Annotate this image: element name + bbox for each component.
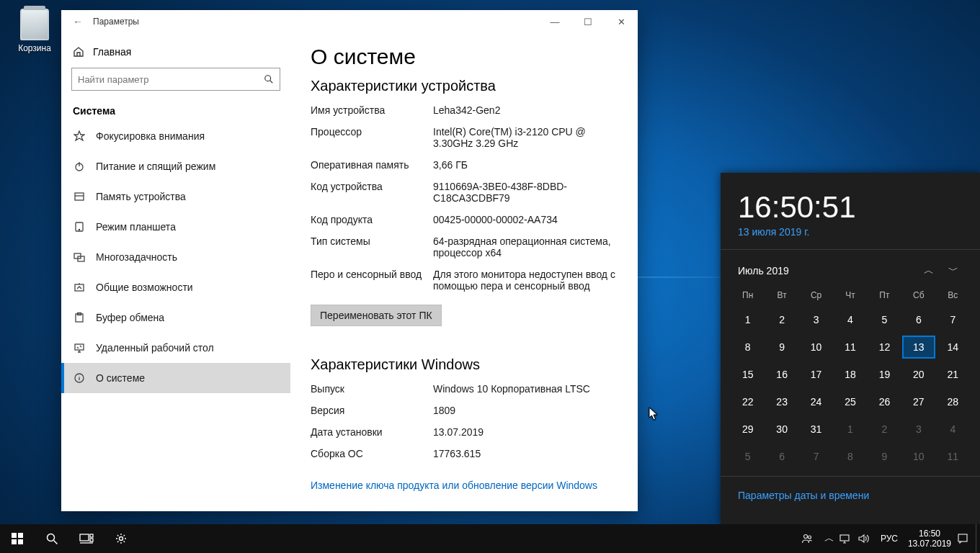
svg-rect-13 [18, 533, 23, 538]
volume-icon[interactable] [858, 533, 876, 544]
calendar-day[interactable]: 7 [800, 445, 832, 468]
sidebar-item-focus[interactable]: Фокусировка внимания [61, 121, 290, 151]
calendar-day[interactable]: 29 [731, 418, 764, 441]
desktop-wallpaper: Корзина ← Параметры — ☐ ✕ Главная [0, 0, 980, 553]
calendar-day[interactable]: 13 [902, 336, 935, 359]
calendar-day[interactable]: 8 [731, 336, 764, 359]
divider [721, 476, 980, 477]
people-icon[interactable] [801, 533, 820, 544]
month-prev-button[interactable]: ︿ [919, 261, 938, 280]
calendar-day[interactable]: 3 [902, 418, 935, 441]
clock-time: 16:50 [908, 529, 951, 539]
calendar-day[interactable]: 18 [834, 363, 866, 386]
spec-value: 9110669A-3BE0-438F-8DBD-C18CA3CDBF79 [433, 181, 618, 204]
calendar-day[interactable]: 20 [902, 363, 935, 386]
calendar-day[interactable]: 5 [731, 445, 764, 468]
taskbar-clock[interactable]: 16:50 13.07.2019 [902, 529, 957, 549]
calendar-day[interactable]: 24 [800, 390, 832, 413]
spec-value: Для этого монитора недоступен ввод с пом… [433, 269, 618, 292]
network-icon[interactable] [839, 533, 858, 544]
taskbar: ︿ РУС 16:50 13.07.2019 [0, 524, 980, 553]
action-center-icon[interactable] [957, 533, 976, 544]
flyout-date[interactable]: 13 июля 2019 г. [721, 226, 980, 249]
content-area: О системе Характеристики устройства Имя … [290, 33, 638, 511]
month-next-button[interactable]: ﹀ [944, 261, 963, 280]
settings-taskbar-button[interactable] [104, 524, 138, 553]
calendar-day[interactable]: 11 [937, 445, 969, 468]
search-button[interactable] [35, 524, 69, 553]
calendar-day[interactable]: 2 [765, 308, 798, 331]
sidebar-item-shared[interactable]: Общие возможности [61, 272, 290, 302]
device-heading: Характеристики устройства [311, 78, 618, 94]
calendar-day[interactable]: 12 [868, 336, 901, 359]
calendar-day[interactable]: 9 [765, 336, 798, 359]
recycle-bin[interactable]: Корзина [9, 9, 61, 53]
recycle-bin-label: Корзина [9, 43, 61, 53]
calendar-day[interactable]: 31 [800, 418, 832, 441]
calendar-day[interactable]: 14 [937, 336, 969, 359]
sidebar-item-tablet[interactable]: Режим планшета [61, 212, 290, 242]
calendar-day[interactable]: 19 [868, 363, 901, 386]
calendar-day[interactable]: 27 [902, 390, 935, 413]
svg-rect-12 [12, 533, 17, 538]
windows-specs: ВыпускWindows 10 Корпоративная LTSCВерси… [311, 383, 618, 459]
calendar-day[interactable]: 4 [937, 418, 969, 441]
power-icon [73, 160, 86, 173]
sidebar-item-label: Многозадачность [96, 251, 177, 263]
calendar-day[interactable]: 2 [868, 418, 901, 441]
close-button[interactable]: ✕ [605, 10, 638, 33]
sidebar-item-clipboard[interactable]: Буфер обмена [61, 302, 290, 333]
start-button[interactable] [0, 524, 35, 553]
home-button[interactable]: Главная [61, 39, 290, 65]
titlebar[interactable]: ← Параметры — ☐ ✕ [61, 10, 638, 33]
calendar-day[interactable]: 28 [937, 390, 969, 413]
search-input[interactable] [78, 74, 264, 85]
calendar-day[interactable]: 25 [834, 390, 866, 413]
rename-pc-button[interactable]: Переименовать этот ПК [311, 305, 442, 326]
calendar-day[interactable]: 6 [902, 308, 935, 331]
calendar-day[interactable]: 3 [800, 308, 832, 331]
sidebar-item-storage[interactable]: Память устройства [61, 181, 290, 212]
calendar-day[interactable]: 10 [902, 445, 935, 468]
show-desktop-button[interactable] [976, 524, 980, 553]
sidebar-item-about[interactable]: О системе [61, 363, 290, 393]
sidebar-item-multitask[interactable]: Многозадачность [61, 242, 290, 272]
calendar-day[interactable]: 8 [834, 445, 866, 468]
calendar-dow: Пн [731, 287, 765, 305]
calendar-day[interactable]: 16 [765, 363, 798, 386]
maximize-button[interactable]: ☐ [571, 10, 605, 33]
task-view-button[interactable] [69, 524, 104, 553]
calendar-day[interactable]: 6 [765, 445, 798, 468]
calendar-day[interactable]: 17 [800, 363, 832, 386]
calendar-day[interactable]: 1 [731, 308, 764, 331]
calendar-day[interactable]: 23 [765, 390, 798, 413]
sidebar-item-remote[interactable]: Удаленный рабочий стол [61, 333, 290, 363]
calendar-day[interactable]: 21 [937, 363, 969, 386]
calendar-day[interactable]: 15 [731, 363, 764, 386]
sidebar-item-power[interactable]: Питание и спящий режим [61, 151, 290, 181]
calendar-dow: Вс [936, 287, 970, 305]
calendar-day[interactable]: 30 [765, 418, 798, 441]
calendar-day[interactable]: 5 [868, 308, 901, 331]
svg-rect-10 [75, 344, 84, 350]
home-label: Главная [93, 46, 131, 58]
calendar-day[interactable]: 1 [834, 418, 866, 441]
tray-chevron-icon[interactable]: ︿ [820, 532, 839, 545]
calendar-day[interactable]: 4 [834, 308, 866, 331]
spec-label: Перо и сенсорный ввод [311, 269, 433, 292]
spec-label: Версия [311, 405, 433, 416]
calendar-day[interactable]: 10 [800, 336, 832, 359]
calendar-day[interactable]: 26 [868, 390, 901, 413]
calendar-day[interactable]: 7 [937, 308, 969, 331]
datetime-settings-link[interactable]: Параметры даты и времени [721, 482, 980, 508]
spec-label: Выпуск [311, 383, 433, 395]
search-box[interactable] [71, 68, 280, 91]
calendar-day[interactable]: 9 [868, 445, 901, 468]
language-indicator[interactable]: РУС [876, 534, 902, 544]
calendar-day[interactable]: 22 [731, 390, 764, 413]
sidebar-item-label: О системе [96, 372, 145, 384]
change-product-key-link[interactable]: Изменение ключа продукта или обновление … [311, 480, 597, 491]
minimize-button[interactable]: — [538, 10, 571, 33]
back-button[interactable]: ← [67, 16, 89, 27]
calendar-day[interactable]: 11 [834, 336, 866, 359]
